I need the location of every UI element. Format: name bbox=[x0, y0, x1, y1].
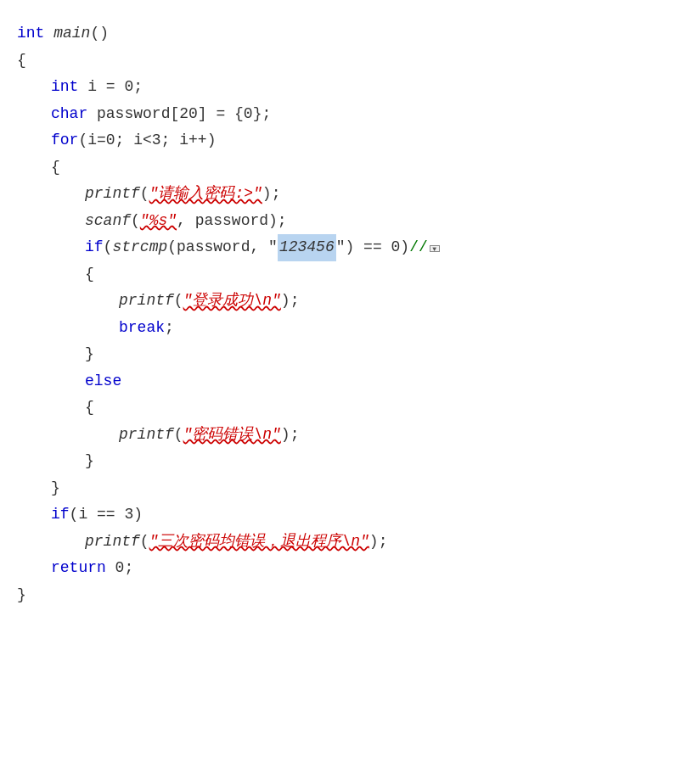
if-brace-close: } bbox=[85, 341, 94, 368]
code-line-4: char password[20] = {0}; bbox=[17, 101, 675, 128]
str-success: "登录成功\n" bbox=[183, 288, 281, 315]
fn-printf4: printf bbox=[85, 529, 140, 556]
if-open: ( bbox=[104, 234, 113, 261]
code-line-6: { bbox=[17, 154, 675, 182]
fn-scanf: scanf bbox=[85, 208, 131, 235]
for-brace-open: { bbox=[51, 154, 60, 182]
keyword-break: break bbox=[119, 315, 165, 342]
code-line-5: for (i=0; i<3; i++) bbox=[17, 127, 675, 154]
keyword-return: return bbox=[51, 555, 106, 582]
printf1-close: ); bbox=[262, 181, 281, 208]
keyword-else: else bbox=[85, 368, 121, 395]
code-line-22: } bbox=[17, 582, 675, 609]
code-line-13: } bbox=[17, 341, 675, 368]
var-i: i = 0; bbox=[78, 74, 143, 101]
code-line-9: if ( strcmp (password, "123456" ) == 0) … bbox=[17, 234, 675, 261]
printf3-close: ); bbox=[281, 422, 300, 449]
keyword-for: for bbox=[51, 127, 78, 154]
str-error: "密码错误\n" bbox=[183, 422, 281, 449]
printf3-open: ( bbox=[174, 422, 183, 449]
code-line-18: } bbox=[17, 475, 675, 502]
comment-slash: // bbox=[409, 234, 428, 261]
for-condition: (i=0; i<3; i++) bbox=[78, 127, 216, 154]
keyword-if: if bbox=[85, 234, 104, 261]
code-line-8: scanf ( "%s" , password); bbox=[17, 208, 675, 235]
parens: () bbox=[90, 20, 109, 48]
code-line-1: int main () bbox=[17, 20, 675, 48]
str-format: "%s" bbox=[140, 208, 177, 235]
break-semi: ; bbox=[165, 315, 174, 342]
fn-printf1: printf bbox=[85, 181, 140, 208]
code-line-16: printf ( "密码错误\n" ); bbox=[17, 422, 675, 449]
code-editor: int main () { int i = 0; char password[2… bbox=[0, 0, 692, 784]
code-line-3: int i = 0; bbox=[17, 74, 675, 101]
printf1-open: ( bbox=[140, 181, 149, 208]
if2-condition: (i == 3) bbox=[70, 501, 143, 529]
fn-printf3: printf bbox=[119, 422, 174, 449]
dropdown-indicator[interactable]: ▼ bbox=[430, 245, 440, 252]
code-line-19: if (i == 3) bbox=[17, 501, 675, 529]
fn-printf2: printf bbox=[119, 288, 174, 315]
code-line-20: printf ( "三次密码均错误，退出程序\n" ); bbox=[17, 529, 675, 556]
scanf-open: ( bbox=[131, 208, 140, 235]
keyword-if2: if bbox=[51, 501, 70, 529]
code-line-12: break ; bbox=[17, 315, 675, 342]
keyword-int: int bbox=[17, 20, 44, 48]
if-brace-open: { bbox=[85, 261, 94, 288]
str-prompt: "请输入密码:>" bbox=[149, 181, 262, 208]
code-line-7: printf ( "请输入密码:>" ); bbox=[17, 181, 675, 208]
code-line-14: else bbox=[17, 368, 675, 395]
quote-close: " bbox=[336, 234, 346, 261]
space bbox=[44, 20, 53, 48]
function-name: main bbox=[53, 20, 90, 48]
code-line-17: } bbox=[17, 448, 675, 475]
for-brace-close: } bbox=[51, 475, 60, 502]
else-brace-open: { bbox=[85, 395, 94, 422]
return-value: 0; bbox=[106, 555, 133, 582]
code-line-2: { bbox=[17, 48, 675, 75]
str-triple-error: "三次密码均错误，退出程序\n" bbox=[149, 529, 369, 556]
strcmp-arg1: (password, bbox=[167, 234, 268, 261]
scanf-args: , password); bbox=[177, 208, 287, 235]
var-password: password[20] = {0}; bbox=[87, 101, 271, 128]
printf4-open: ( bbox=[140, 529, 149, 556]
code-line-15: { bbox=[17, 395, 675, 422]
printf4-close: ); bbox=[369, 529, 388, 556]
code-line-10: { bbox=[17, 261, 675, 288]
quote-open: " bbox=[268, 234, 278, 261]
strcmp-close: ) == 0) bbox=[346, 234, 410, 261]
brace-open: { bbox=[17, 48, 26, 75]
main-brace-close: } bbox=[17, 582, 26, 609]
else-brace-close: } bbox=[85, 448, 94, 475]
highlighted-password: 123456 bbox=[278, 234, 336, 261]
code-line-21: return 0; bbox=[17, 555, 675, 582]
code-line-11: printf ( "登录成功\n" ); bbox=[17, 288, 675, 315]
keyword-int2: int bbox=[51, 74, 78, 101]
keyword-char: char bbox=[51, 101, 87, 128]
fn-strcmp: strcmp bbox=[112, 234, 167, 261]
printf2-open: ( bbox=[174, 288, 183, 315]
printf2-close: ); bbox=[281, 288, 300, 315]
